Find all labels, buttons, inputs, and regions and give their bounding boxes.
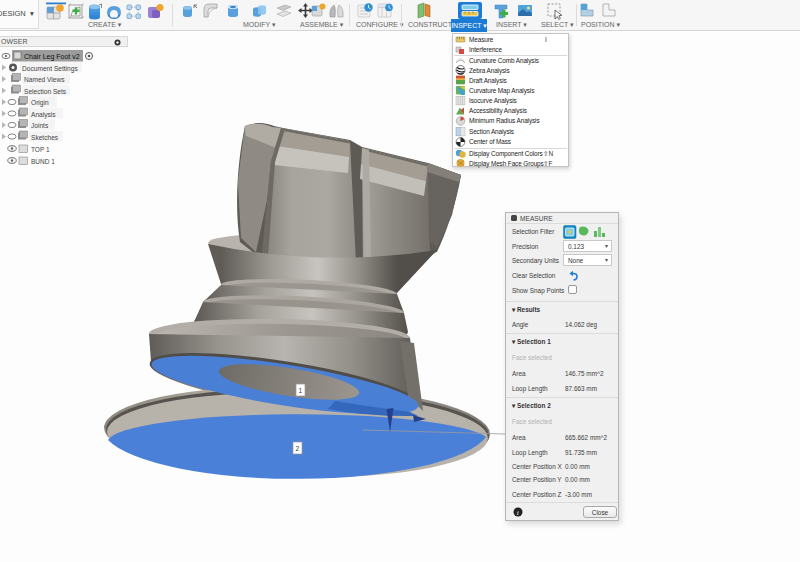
svg-text:BUND 1: BUND 1: [31, 158, 55, 165]
svg-text:Selection Sets: Selection Sets: [24, 88, 67, 95]
svg-text:Sketches: Sketches: [31, 134, 59, 141]
svg-text:Document Settings: Document Settings: [22, 65, 78, 73]
svg-text:Analysis: Analysis: [31, 111, 56, 119]
svg-text:Origin: Origin: [31, 99, 49, 107]
svg-text:Named Views: Named Views: [24, 76, 65, 83]
svg-text:1: 1: [299, 387, 303, 394]
svg-text:Joints: Joints: [31, 122, 49, 129]
svg-text:Chair Leg Foot v2: Chair Leg Foot v2: [24, 53, 80, 61]
svg-text:i: i: [517, 509, 519, 517]
svg-text:TOP 1: TOP 1: [31, 146, 50, 153]
svg-text:2: 2: [296, 445, 300, 452]
